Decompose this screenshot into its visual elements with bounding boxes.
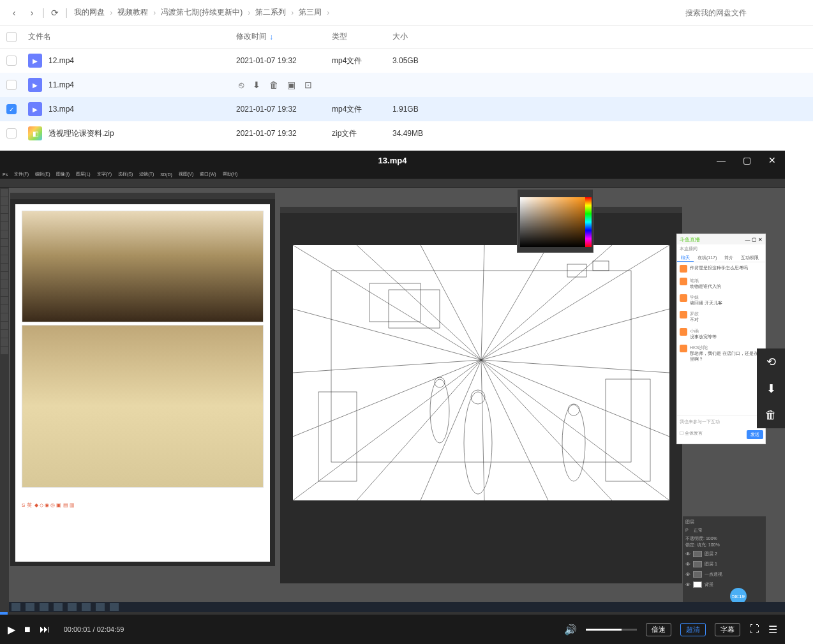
breadcrumb-item[interactable]: 冯渡第七期(持续更新中) <box>161 7 242 18</box>
chat-message: 作坊屋是投这种学怎么思考吗 <box>690 265 748 273</box>
svg-line-12 <box>293 360 481 373</box>
delete-icon[interactable]: 🗑 <box>765 408 777 422</box>
chat-tab[interactable]: 在线(117) <box>694 253 720 262</box>
close-button[interactable]: ✕ <box>759 151 785 170</box>
chat-tab[interactable]: 简介 <box>720 253 737 262</box>
fullscreen-button[interactable]: ⛶ <box>749 624 759 635</box>
minimize-button[interactable]: — <box>708 151 734 170</box>
chat-tab[interactable]: 互动权限 <box>737 253 763 262</box>
file-type: zip文件 <box>332 128 392 139</box>
nav-refresh-button[interactable]: ⟳ <box>46 4 64 22</box>
hue-slider[interactable] <box>585 197 592 247</box>
column-type[interactable]: 类型 <box>332 31 392 42</box>
file-name: 透视理论课资料.zip <box>48 128 114 139</box>
nav-forward-button[interactable]: › <box>23 4 41 22</box>
chat-send-button[interactable]: 发送 <box>747 430 763 439</box>
reference-image-1 <box>22 211 264 322</box>
column-size[interactable]: 大小 <box>392 31 456 42</box>
svg-line-17 <box>481 360 484 500</box>
file-row[interactable]: ▶12.mp42021-01-07 19:32 mp4文件 3.05GB <box>0 49 813 73</box>
breadcrumb-item[interactable]: 第二系列 <box>255 7 286 18</box>
volume-icon[interactable]: 🔊 <box>564 624 577 636</box>
file-checkbox[interactable] <box>6 56 17 66</box>
side-action-bar: ⟲ ⬇ 🗑 <box>757 348 785 428</box>
ps-color-panel <box>517 189 593 253</box>
speed-button[interactable]: 倍速 <box>646 623 671 636</box>
file-size: 34.49MB <box>392 129 456 138</box>
file-row[interactable]: ✓▶13.mp42021-01-07 19:32 mp4文件 1.91GB <box>0 97 813 121</box>
ps-menubar: Ps文件(F)编辑(E) 图像(I)图层(L)文字(Y) 选择(S)滤镜(T)3… <box>0 170 785 179</box>
video-title: 13.mp4 <box>378 156 407 165</box>
file-date: 2021-01-07 19:32 <box>236 105 332 114</box>
sort-desc-icon: ↓ <box>269 33 273 41</box>
column-date[interactable]: 修改时间↓ <box>236 31 332 42</box>
subtitle-button[interactable]: 字幕 <box>715 623 740 636</box>
quality-button[interactable]: 超清 <box>680 623 706 636</box>
svg-line-10 <box>481 360 669 500</box>
nav-back-button[interactable]: ‹ <box>5 4 23 22</box>
download-icon[interactable]: ⬇ <box>253 80 260 90</box>
download-icon[interactable]: ⬇ <box>766 382 776 396</box>
share-icon[interactable]: ⟲ <box>766 355 776 369</box>
breadcrumb: 我的网盘› 视频教程› 冯渡第七期(持续更新中)› 第二系列› 第三周› <box>69 7 680 18</box>
svg-line-1 <box>357 245 481 360</box>
chat-tab[interactable]: 聊天 <box>677 253 694 262</box>
delete-icon[interactable]: 🗑 <box>269 80 278 90</box>
chat-avatar <box>680 328 687 336</box>
next-button[interactable]: ⏭ <box>40 624 50 635</box>
chat-message: 笔纸动物是谁代入的 <box>690 278 721 289</box>
file-size: 1.91GB <box>392 105 456 114</box>
svg-rect-25 <box>318 392 357 481</box>
file-checkbox[interactable] <box>6 128 17 139</box>
chat-avatar <box>680 311 687 318</box>
ps-toolbar <box>0 188 9 612</box>
file-row[interactable]: ◧透视理论课资料.zip2021-01-07 19:32 zip文件 34.49… <box>0 121 813 146</box>
svg-line-2 <box>421 245 481 360</box>
svg-point-28 <box>464 392 492 494</box>
video-file-icon: ▶ <box>28 54 42 68</box>
zip-file-icon: ◧ <box>28 126 42 140</box>
file-date: 2021-01-07 19:32 <box>236 129 332 138</box>
chat-avatar <box>680 294 687 302</box>
chat-avatar <box>680 265 687 273</box>
share-icon[interactable]: ⎋ <box>239 80 244 90</box>
search-input[interactable] <box>680 4 808 22</box>
file-checkbox[interactable] <box>6 80 17 90</box>
play-button[interactable]: ▶ <box>8 624 15 636</box>
video-file-icon: ▶ <box>28 102 42 116</box>
rename-icon[interactable]: ▣ <box>287 80 295 90</box>
file-list: ▶12.mp42021-01-07 19:32 mp4文件 3.05GB▶11.… <box>0 49 813 146</box>
maximize-button[interactable]: ▢ <box>734 151 759 170</box>
svg-line-0 <box>293 245 481 360</box>
file-type: mp4文件 <box>332 56 392 66</box>
perspective-sketch <box>293 245 669 500</box>
breadcrumb-item[interactable]: 第三周 <box>299 7 322 18</box>
breadcrumb-item[interactable]: 视频教程 <box>117 7 148 18</box>
column-name[interactable]: 文件名 <box>26 31 236 42</box>
video-progress-bar[interactable] <box>0 612 785 615</box>
ps-document-sketch <box>280 207 682 583</box>
ime-toolbar: S 英◆ ◇ ◉ ◎ ▣ ▤ ▥ <box>22 500 264 509</box>
svg-line-19 <box>481 360 612 500</box>
file-row[interactable]: ▶11.mp4 ⎋ ⬇ 🗑 ▣ ⊡ <box>0 73 813 97</box>
svg-line-14 <box>293 360 481 500</box>
video-titlebar: 13.mp4 — ▢ ✕ <box>0 151 785 170</box>
breadcrumb-item[interactable]: 我的网盘 <box>74 7 105 18</box>
stop-button[interactable]: ■ <box>24 624 31 635</box>
video-content: Ps文件(F)编辑(E) 图像(I)图层(L)文字(Y) 选择(S)滤镜(T)3… <box>0 170 785 612</box>
file-checkbox[interactable]: ✓ <box>6 104 17 114</box>
chat-message: 小函没事放宽等等 <box>690 328 717 340</box>
windows-taskbar <box>9 602 785 612</box>
file-size: 3.05GB <box>392 56 456 65</box>
volume-slider[interactable] <box>586 629 637 631</box>
svg-line-6 <box>481 245 669 360</box>
svg-rect-26 <box>606 379 650 481</box>
video-file-icon: ▶ <box>28 78 42 92</box>
playlist-button[interactable]: ☰ <box>768 624 777 636</box>
svg-rect-22 <box>389 290 440 328</box>
more-icon[interactable]: ⊡ <box>304 80 312 90</box>
select-all-checkbox[interactable] <box>6 32 17 42</box>
nav-bar: ‹ › | ⟳ | 我的网盘› 视频教程› 冯渡第七期(持续更新中)› 第二系列… <box>0 0 813 26</box>
svg-line-11 <box>293 309 481 360</box>
video-player: 13.mp4 — ▢ ✕ Ps文件(F)编辑(E) 图像(I)图层(L)文字(Y… <box>0 151 785 644</box>
